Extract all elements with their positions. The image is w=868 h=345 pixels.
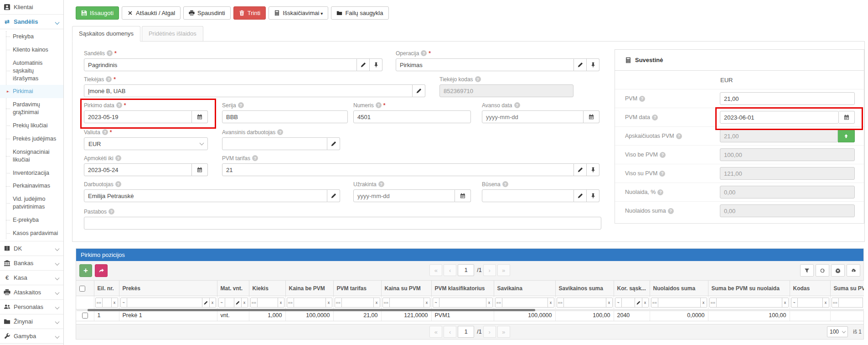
calendar-button[interactable] (192, 163, 208, 176)
filter-edit-button[interactable] (234, 298, 242, 308)
filter-input[interactable] (717, 298, 782, 308)
sidebar-item-prekyba[interactable]: Prekyba (0, 30, 63, 43)
filter-edit-button[interactable] (202, 298, 210, 308)
pin-button[interactable] (587, 189, 599, 202)
filter-clear-button[interactable]: x (606, 298, 613, 308)
filter-input[interactable] (258, 298, 278, 308)
filter-clear-button[interactable]: x (486, 298, 493, 308)
calendar-button[interactable] (584, 110, 599, 123)
sidebar-item-kasa[interactable]: € Kasa (0, 271, 63, 285)
sidebar-item-kliento-kainos[interactable]: Kliento kainos (0, 43, 63, 57)
darbuotojas-input[interactable] (84, 189, 327, 202)
col-eil-nr[interactable]: Eil. nr. (94, 281, 119, 296)
calendar-button[interactable] (839, 111, 855, 124)
col-pvm-tarifas[interactable]: PVM tarifas (333, 281, 381, 296)
filter-input[interactable] (342, 298, 373, 308)
col-savikaina[interactable]: Savikaina (494, 281, 555, 296)
apmoketi-iki-input[interactable] (84, 163, 192, 176)
filter-clear-button[interactable]: x (210, 298, 216, 308)
filter-clear-button[interactable]: x (242, 298, 248, 308)
filter-op-button[interactable]: == (382, 298, 390, 308)
filter-op-button[interactable]: == (95, 298, 103, 308)
filter-clear-button[interactable]: x (424, 298, 430, 308)
sidebar-item-konsignaciniai-likuciai[interactable]: Konsignaciniai likučiai (0, 146, 63, 167)
sidebar-item-ataskaitos[interactable]: Ataskaitos (0, 285, 63, 300)
filter-clear-button[interactable]: x (326, 298, 332, 308)
edit-button[interactable] (327, 137, 340, 150)
filter-clear-button[interactable]: x (782, 298, 789, 308)
help-icon[interactable] (475, 76, 481, 82)
cancel-back-button[interactable]: Atšaukti / Atgal (122, 6, 181, 20)
col-kodas[interactable]: Kodas (790, 281, 830, 296)
next-page-button[interactable] (483, 264, 496, 276)
help-icon[interactable] (652, 115, 658, 120)
sidebar-item-perkainavimas[interactable]: Perkainavimas (0, 179, 63, 193)
filter-edit-button[interactable] (635, 298, 642, 308)
save-button[interactable]: Išsaugoti (76, 6, 119, 20)
page-size-select[interactable]: 100 (827, 326, 848, 337)
filter-input[interactable] (294, 298, 326, 308)
help-icon[interactable] (277, 129, 283, 135)
help-icon[interactable] (514, 102, 520, 108)
filter-input[interactable] (127, 298, 202, 308)
col-kaina-su-pvm[interactable]: Kaina su PVM (381, 281, 431, 296)
filter-input[interactable] (439, 298, 486, 308)
refresh-button[interactable] (816, 264, 829, 277)
export-button[interactable] (847, 264, 860, 277)
horizontal-scrollbar[interactable] (77, 309, 864, 311)
sidebar-item-klientai[interactable]: Klientai (0, 0, 63, 15)
filter-button[interactable] (800, 264, 814, 277)
col-mat-vnt[interactable]: Mat. vnt. (217, 281, 249, 296)
delete-button[interactable]: Trinti (233, 6, 266, 20)
help-icon[interactable] (115, 181, 121, 187)
edit-button[interactable] (413, 84, 425, 97)
filter-op-button[interactable]: == (557, 298, 564, 308)
pin-button[interactable] (370, 58, 382, 71)
col-suma-be-pvm-su-nuolaida[interactable]: Suma be PVM su nuolaida (708, 281, 790, 296)
deductions-dropdown-button[interactable]: Išskaičiavimai (269, 6, 328, 20)
filter-clear-button[interactable]: x (374, 298, 380, 308)
operacija-input[interactable] (396, 58, 574, 71)
help-icon[interactable] (116, 102, 122, 108)
sidebar-item-dk[interactable]: DK (0, 241, 63, 256)
help-icon[interactable] (107, 50, 113, 56)
file-storage-button[interactable]: Failų saugykla (331, 6, 388, 20)
pastabos-input[interactable] (84, 217, 601, 230)
edit-button[interactable] (574, 58, 587, 71)
filter-input[interactable] (839, 298, 863, 308)
edit-button[interactable] (357, 58, 370, 71)
calendar-button[interactable] (192, 110, 208, 123)
uzrakinta-input[interactable] (353, 189, 455, 202)
help-icon[interactable] (252, 155, 258, 161)
col-kaina-be-pvm[interactable]: Kaina be PVM (285, 281, 333, 296)
filter-input[interactable] (390, 298, 424, 308)
last-page-button[interactable] (497, 264, 510, 276)
col-suma-su-pvm[interactable]: Suma su PVM (830, 281, 864, 296)
edit-button[interactable] (327, 189, 340, 202)
help-icon[interactable] (668, 208, 674, 214)
help-icon[interactable] (421, 50, 427, 56)
sidebar-item-vid-judejimo-patvirtinimas[interactable]: Vid. judėjimo patvirtinimas (0, 193, 63, 214)
filter-input[interactable] (225, 298, 234, 308)
filter-input[interactable] (622, 298, 635, 308)
avansinis-darbuotojas-input[interactable] (222, 137, 327, 150)
tab-saskaitos-duomenys[interactable]: Sąskaitos duomenys (72, 26, 140, 42)
tiekejas-input[interactable] (84, 84, 413, 97)
help-icon[interactable] (115, 155, 121, 161)
col-kiekis[interactable]: Kiekis (249, 281, 285, 296)
sidebar-item-gamyba[interactable]: Gamyba (0, 329, 63, 344)
help-icon[interactable] (639, 96, 645, 102)
pvm-data-input[interactable] (720, 111, 839, 124)
help-icon[interactable] (676, 133, 682, 139)
sidebar-item-kasos-pardavimai[interactable]: Kasos pardavimai (0, 227, 63, 240)
avanso-data-input[interactable] (482, 110, 584, 123)
pin-button[interactable] (587, 163, 599, 176)
help-icon[interactable] (660, 152, 666, 158)
next-page-button[interactable] (483, 326, 496, 338)
help-icon[interactable] (657, 189, 663, 195)
filter-input[interactable] (564, 298, 606, 308)
help-icon[interactable] (659, 171, 665, 177)
filter-op-button[interactable]: == (250, 298, 258, 308)
sidebar-item-prekiu-likuciai[interactable]: Prekių likučiai (0, 119, 63, 132)
select-all-checkbox[interactable] (79, 286, 85, 292)
